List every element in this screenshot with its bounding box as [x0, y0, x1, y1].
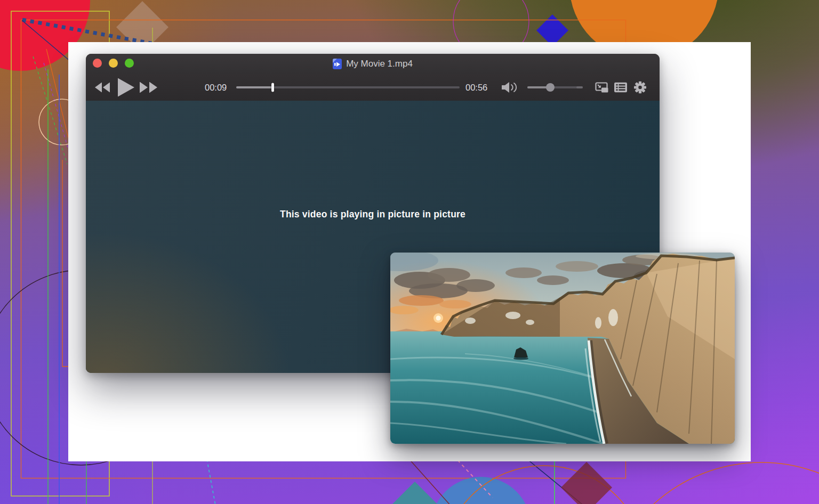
volume-icon[interactable]	[502, 82, 519, 93]
volume-fill	[527, 86, 550, 88]
titlebar[interactable]: My Movie 1.mp4	[86, 54, 660, 74]
minimize-button[interactable]	[109, 59, 118, 68]
picture-in-picture-button[interactable]	[595, 82, 609, 93]
close-button[interactable]	[93, 59, 102, 68]
zoom-button[interactable]	[125, 59, 134, 68]
elapsed-time: 00:09	[205, 83, 227, 93]
progress-bar[interactable]	[236, 86, 460, 88]
playhead[interactable]	[271, 83, 274, 92]
settings-gear-button[interactable]	[634, 82, 646, 94]
green-dashed-line	[33, 56, 67, 164]
play-button[interactable]	[118, 78, 134, 97]
volume-knob[interactable]	[546, 83, 555, 92]
blue-diamond	[536, 14, 568, 46]
rewind-button[interactable]	[95, 83, 111, 93]
maroon-diamond	[561, 462, 612, 504]
window-title-text: My Movie 1.mp4	[346, 59, 413, 69]
chapter-list-button[interactable]	[614, 83, 627, 93]
orange-arc-2	[601, 462, 819, 504]
volume-track-end	[576, 86, 583, 88]
movie-file-icon	[333, 59, 342, 69]
picture-in-picture-window[interactable]	[390, 253, 735, 444]
remaining-time: 00:56	[465, 83, 487, 93]
progress-fill	[236, 86, 272, 88]
traffic-lights	[93, 59, 134, 68]
pip-status-message: This video is playing in picture in pict…	[86, 209, 660, 220]
fast-forward-button[interactable]	[139, 82, 159, 93]
teal-dashed-line	[207, 459, 215, 504]
pip-video-frame	[390, 253, 735, 444]
volume-slider[interactable]	[527, 86, 583, 88]
playback-controls: 00:09 00:56	[86, 74, 660, 101]
window-title: My Movie 1.mp4	[86, 54, 660, 74]
